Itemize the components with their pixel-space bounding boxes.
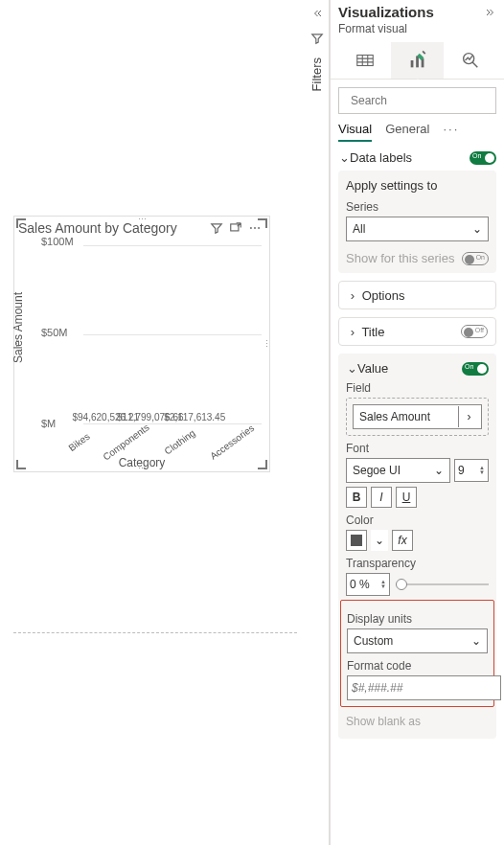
field-value: Sales Amount	[359, 410, 430, 423]
x-tick: Accessories	[208, 422, 269, 479]
font-label: Font	[346, 442, 489, 455]
series-select[interactable]: All ⌄	[346, 217, 489, 241]
filters-pane-label[interactable]: Filters	[309, 57, 324, 91]
transparency-label: Transparency	[346, 557, 489, 570]
series-value: All	[353, 222, 365, 236]
font-size-stepper[interactable]: 9 ▲▼	[454, 459, 489, 482]
chevron-down-icon[interactable]: ⌄	[346, 361, 357, 376]
title-section[interactable]: › Title Off	[338, 317, 496, 346]
filter-pane-icon[interactable]	[309, 31, 325, 46]
tab-more[interactable]: ···	[443, 122, 459, 142]
value-section[interactable]: Value	[357, 361, 462, 376]
color-label: Color	[346, 514, 489, 527]
visualizations-panel: Visualizations Format visual Visual Gene…	[330, 0, 504, 845]
filter-icon[interactable]	[208, 219, 225, 237]
font-select[interactable]: Segoe UI ⌄	[346, 458, 450, 483]
chevron-down-icon[interactable]: ⌄	[338, 150, 350, 165]
resize-handle-t[interactable]: ⋯	[138, 215, 147, 224]
color-picker[interactable]	[346, 530, 367, 551]
underline-button[interactable]: U	[396, 487, 417, 508]
transparency-slider[interactable]	[396, 583, 489, 585]
show-blank-label: Show blank as	[346, 715, 489, 728]
resize-handle-r[interactable]: ⋮	[263, 339, 271, 349]
build-visual-tab[interactable]	[338, 42, 391, 79]
chevron-down-icon[interactable]: ⌄	[371, 530, 388, 551]
data-label: $2,117,613.45	[164, 412, 225, 422]
expand-pane-icon[interactable]	[483, 5, 498, 20]
font-value: Segoe UI	[353, 464, 401, 477]
resize-handle-tr[interactable]	[258, 218, 267, 228]
value-toggle[interactable]: On	[462, 362, 489, 376]
font-size-value: 9	[458, 464, 465, 477]
collapse-pane-icon[interactable]	[309, 6, 325, 21]
title-toggle[interactable]: Off	[461, 325, 488, 338]
resize-handle-br[interactable]	[258, 460, 267, 469]
y-tick: $100M	[41, 236, 74, 247]
svg-rect-4	[356, 56, 373, 66]
field-select[interactable]: Sales Amount ›	[353, 404, 482, 429]
field-label: Field	[346, 381, 489, 395]
chevron-down-icon: ⌄	[472, 222, 482, 236]
svg-point-1	[250, 227, 252, 229]
data-labels-toggle[interactable]: On	[470, 151, 496, 165]
svg-point-2	[254, 227, 256, 229]
section-data-labels[interactable]: Data labels	[350, 150, 470, 165]
x-tick: Components	[101, 422, 164, 480]
panel-subtitle: Format visual	[331, 22, 504, 39]
format-code-label: Format code	[347, 659, 488, 673]
chart-visual[interactable]: ⋯ ⋯ ⋮ ⋮ Sales Amount by Category Sales A…	[13, 216, 270, 472]
chevron-down-icon: ⌄	[434, 464, 444, 477]
svg-rect-6	[416, 56, 419, 67]
resize-handle-tl[interactable]	[16, 218, 26, 228]
focus-mode-icon[interactable]	[227, 219, 244, 237]
display-units-value: Custom	[354, 634, 393, 648]
search-field[interactable]	[351, 94, 494, 107]
display-units-select[interactable]: Custom ⌄	[347, 628, 488, 653]
transparency-value[interactable]: 0 % ▲▼	[346, 573, 390, 596]
y-axis-label: Sales Amount	[11, 292, 25, 363]
panel-title: Visualizations	[338, 4, 483, 20]
show-for-series-toggle: On	[462, 252, 489, 265]
format-code-input[interactable]	[347, 675, 501, 700]
show-for-series-label: Show for this series	[346, 251, 454, 265]
svg-rect-8	[422, 51, 425, 55]
chevron-down-icon: ⌄	[471, 634, 481, 648]
svg-rect-0	[231, 224, 239, 231]
pane-strip: Filters	[305, 0, 330, 845]
tab-general[interactable]: General	[385, 122, 429, 142]
svg-rect-5	[410, 60, 413, 67]
canvas-divider	[13, 632, 297, 633]
italic-button[interactable]: I	[371, 487, 392, 508]
bold-button[interactable]: B	[346, 487, 367, 508]
y-tick: $50M	[41, 327, 68, 338]
format-visual-tab[interactable]	[391, 42, 444, 79]
resize-handle-bl[interactable]	[16, 460, 26, 469]
chart-title: Sales Amount by Category	[18, 220, 206, 236]
chevron-right-icon[interactable]: ›	[458, 406, 479, 427]
series-label: Series	[346, 200, 489, 214]
apply-settings-title: Apply settings to	[346, 178, 489, 193]
options-section[interactable]: › Options	[338, 281, 496, 309]
analytics-tab[interactable]	[444, 42, 496, 79]
y-tick: $M	[41, 418, 56, 429]
report-canvas[interactable]: ⋯ ⋯ ⋮ ⋮ Sales Amount by Category Sales A…	[0, 0, 302, 845]
search-input[interactable]	[338, 87, 496, 114]
display-units-label: Display units	[347, 612, 488, 626]
color-fx-button[interactable]: fx	[392, 530, 413, 551]
tab-visual[interactable]: Visual	[338, 122, 372, 142]
